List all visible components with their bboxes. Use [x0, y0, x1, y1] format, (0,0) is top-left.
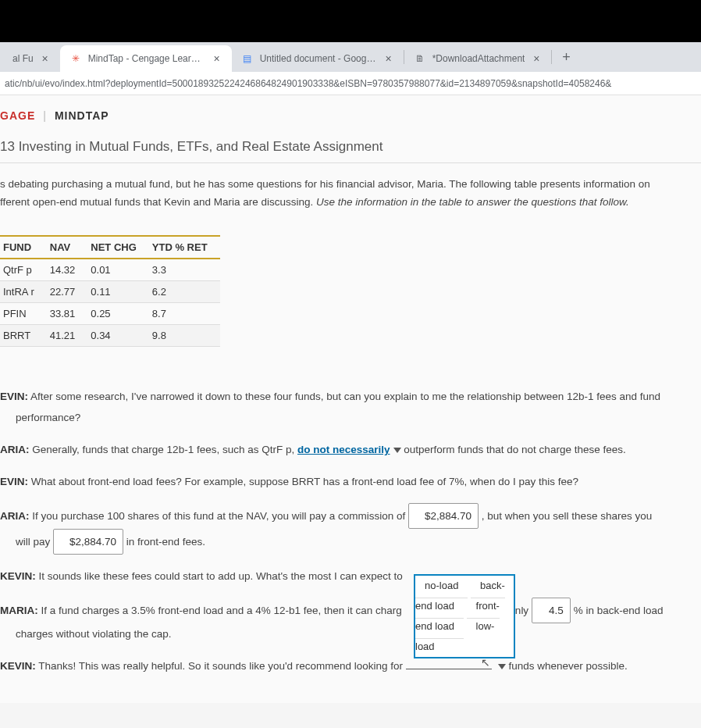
chapter-title: 13 Investing in Mutual Funds, ETFs, and … [0, 133, 701, 163]
chevron-down-icon [393, 448, 401, 453]
cell: 14.32 [47, 259, 88, 281]
funds-table: FUND NAV NET CHG YTD % RET QtrF p 14.32 … [0, 235, 220, 347]
tab-google-docs[interactable]: ▤ Untitled document - Google Docs × [232, 45, 404, 72]
cell: BRRT [0, 324, 47, 346]
input-commission[interactable]: $2,884.70 [408, 503, 479, 529]
text: It sounds like these fees could start to… [39, 570, 403, 582]
speaker-kevin: KEVIN: [0, 660, 36, 672]
speaker-kevin: EVIN: [0, 476, 28, 487]
brand-mindtap: MINDTAP [55, 109, 109, 122]
chevron-down-icon [498, 664, 506, 669]
url-text: atic/nb/ui/evo/index.html?deploymentId=5… [5, 78, 611, 89]
text: % in back-end load [574, 605, 664, 616]
cell: 6.2 [149, 280, 220, 302]
cell: 3.3 [149, 259, 220, 281]
cell: IntRA r [0, 280, 47, 302]
tab-title: Untitled document - Google Docs [260, 53, 377, 64]
cell: 0.11 [87, 280, 149, 302]
text: If a fund charges a 3.5% front-end load … [41, 605, 402, 616]
text: funds whenever possible. [508, 660, 627, 672]
cell: 22.77 [47, 280, 88, 302]
line-kevin-4: KEVIN: Thanks! This was really helpful. … [0, 655, 701, 676]
cell: PFIN [0, 302, 47, 324]
page-content: GAGE | MINDTAP 13 Investing in Mutual Fu… [0, 95, 701, 703]
line-maria-2: ARIA: If you purchase 100 shares of this… [0, 503, 701, 555]
cell: QtrF p [0, 259, 47, 281]
intro-line-2b: Use the information in the table to answ… [316, 196, 629, 208]
input-backend-pct[interactable]: 4.5 [532, 598, 571, 623]
dialogue: EVIN: After some research, I've narrowed… [0, 386, 701, 676]
dropdown-blank-fund-type[interactable]: ↖ [406, 658, 492, 669]
tab-title: *DownloadAttachment [432, 53, 525, 64]
tab-1[interactable]: al Fu × [3, 45, 60, 72]
address-bar[interactable]: atic/nb/ui/evo/index.html?deploymentId=5… [0, 72, 701, 95]
tab-title: MindTap - Cengage Learning [88, 53, 205, 64]
window-top-black [0, 0, 701, 42]
speaker-maria: ARIA: [0, 444, 30, 455]
browser-tab-bar: al Fu × ✳ MindTap - Cengage Learning × ▤… [0, 42, 701, 72]
speaker-maria: MARIA: [0, 605, 38, 616]
cell: 0.01 [87, 259, 149, 281]
cell: 0.25 [87, 302, 149, 324]
table-row: IntRA r 22.77 0.11 6.2 [0, 280, 220, 302]
brand-separator: | [43, 109, 47, 122]
tab-title: al Fu [12, 53, 34, 64]
intro-line-1: s debating purchasing a mutual fund, but… [0, 178, 650, 190]
line-kevin-1: EVIN: After some research, I've narrowed… [0, 386, 701, 428]
text-cont: will pay $2,884.70 in front-end fees. [0, 529, 701, 555]
close-icon[interactable]: × [40, 53, 51, 64]
favicon-file: 🗎 [414, 52, 426, 65]
cell: 33.81 [47, 302, 88, 324]
text: , but when you sell these shares you [482, 510, 652, 522]
intro-line-2a: fferent open-end mutual funds that Kevin… [0, 196, 316, 208]
line-kevin-2: EVIN: What about front-end load fees? Fo… [0, 471, 701, 492]
text: What about front-end load fees? For exam… [31, 476, 578, 487]
col-ytdret: YTD % RET [149, 236, 220, 259]
text: outperform funds that do not charge thes… [404, 444, 625, 455]
dropdown-popup-load-type[interactable]: no-load back-end load front-end load low… [414, 574, 515, 658]
tab-download[interactable]: 🗎 *DownloadAttachment × [404, 45, 552, 72]
close-icon[interactable]: × [531, 53, 542, 64]
text: Thanks! This was really helpful. So it s… [38, 660, 406, 672]
speaker-maria: ARIA: [0, 510, 30, 522]
line-maria-1: ARIA: Generally, funds that charge 12b-1… [0, 439, 701, 460]
text: charges without violating the cap. [0, 623, 701, 644]
dropdown-selected: do not necessarily [297, 444, 390, 455]
input-frontend-fee[interactable]: $2,884.70 [53, 529, 123, 555]
col-fund: FUND [0, 236, 47, 259]
text: in front-end fees. [126, 536, 205, 548]
col-nav: NAV [47, 236, 88, 259]
table-header-row: FUND NAV NET CHG YTD % RET [0, 236, 220, 259]
brand-cengage: GAGE [0, 109, 35, 122]
tab-mindtap[interactable]: ✳ MindTap - Cengage Learning × [60, 45, 232, 72]
text: will pay [16, 536, 53, 548]
col-netchg: NET CHG [87, 236, 149, 259]
line-kevin-3: KEVIN: It sounds like these fees could s… [0, 566, 701, 587]
close-icon[interactable]: × [212, 53, 222, 64]
text: Generally, funds that charge 12b-1 fees,… [32, 444, 297, 455]
table-row: QtrF p 14.32 0.01 3.3 [0, 259, 220, 281]
line-maria-3: MARIA: If a fund charges a 3.5% front-en… [0, 598, 701, 644]
text: After some research, I've narrowed it do… [30, 391, 660, 402]
favicon-mindtap: ✳ [69, 52, 82, 65]
cell: 8.7 [149, 302, 220, 324]
brand-row: GAGE | MINDTAP [0, 109, 701, 133]
text: If you purchase 100 shares of this fund … [32, 510, 408, 522]
favicon-docs: ▤ [241, 52, 254, 65]
tab-separator [551, 50, 552, 64]
cell: 41.21 [47, 324, 88, 346]
intro-text: s debating purchasing a mutual fund, but… [0, 176, 701, 212]
table-row: BRRT 41.21 0.34 9.8 [0, 324, 220, 346]
dropdown-answer-12b1[interactable]: do not necessarily [297, 444, 401, 455]
text: performance? [0, 407, 701, 428]
cell: 9.8 [149, 324, 220, 346]
speaker-kevin: EVIN: [0, 391, 28, 402]
table-row: PFIN 33.81 0.25 8.7 [0, 302, 220, 324]
cell: 0.34 [87, 324, 149, 346]
new-tab-button[interactable]: + [555, 46, 577, 68]
speaker-kevin: KEVIN: [0, 570, 36, 582]
close-icon[interactable]: × [383, 53, 394, 64]
